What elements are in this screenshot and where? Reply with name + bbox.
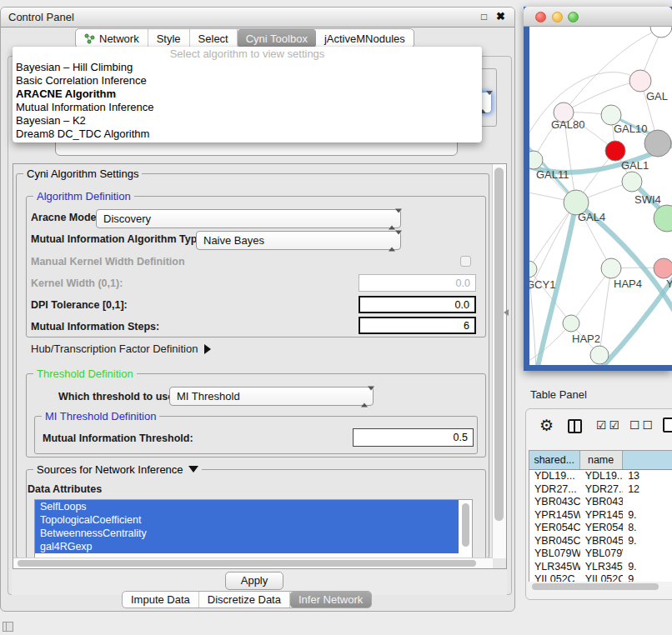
network-edge[interactable] — [564, 81, 640, 112]
algorithm-option[interactable]: Mutual Information Inference — [13, 101, 482, 114]
mi-steps-field[interactable]: 6 — [359, 317, 476, 334]
network-node-hap2[interactable] — [563, 315, 579, 332]
network-node-swi4[interactable] — [622, 172, 642, 192]
algorithm-option[interactable]: ARACNE Algorithm — [13, 88, 482, 101]
table-cell: 9. — [623, 535, 672, 548]
select-columns-unchecked-icon[interactable]: ☐☐ — [629, 418, 655, 432]
close-traffic-light-icon[interactable] — [535, 12, 546, 22]
which-threshold-combo[interactable]: MI Threshold — [169, 387, 374, 406]
expand-right-icon — [204, 344, 211, 354]
table-horizontal-scrollbar-thumb[interactable] — [532, 583, 659, 590]
table-row[interactable]: YER054CYER054C8. — [529, 522, 672, 535]
tab-jactivemnodules[interactable]: jActiveMNodules — [316, 29, 414, 48]
manual-kernel-checkbox[interactable] — [460, 256, 471, 267]
network-node-gcy1[interactable] — [529, 261, 537, 278]
table-cell: YLR345W — [529, 561, 580, 574]
algorithm-option[interactable]: Basic Correlation Inference — [13, 74, 482, 88]
zoom-traffic-light-icon[interactable] — [568, 12, 579, 22]
mi-threshold-field[interactable]: 0.5 — [353, 428, 474, 447]
network-node-label: Y — [666, 278, 672, 290]
network-node-gal11[interactable] — [529, 151, 543, 169]
table-cell: 13 — [623, 470, 672, 483]
aracne-mode-combo[interactable]: Discovery — [96, 209, 401, 228]
network-node-label: GAL4 — [578, 211, 605, 223]
data-attributes-list[interactable]: SelfLoopsTopologicalCoefficientBetweenne… — [34, 499, 473, 559]
close-panel-icon[interactable]: ✖ — [496, 10, 505, 22]
screen: Control Panel □ ✖ NetworkStyleSelectCyni… — [0, 0, 672, 635]
combo-stepper-icon — [361, 390, 368, 402]
network-edge[interactable] — [529, 72, 640, 152]
attribute-list-item[interactable]: TopologicalCoefficient — [35, 513, 459, 527]
attribute-list-item[interactable]: BetweennessCentrality — [35, 527, 459, 540]
table-row[interactable]: YLR345WYLR345W9. — [529, 561, 672, 574]
algorithm-option[interactable]: Bayesian – K2 — [13, 114, 482, 128]
table-cell: YER054C — [580, 522, 624, 535]
horizontal-scrollbar[interactable] — [13, 558, 493, 568]
network-node-bottom-node[interactable] — [590, 346, 609, 364]
network-view-window: GALGAL80GAL10GAL1GAL11SWI4GAL4GCY1HAP4YH… — [524, 7, 672, 371]
splitter-collapse-icon[interactable] — [504, 309, 509, 316]
algorithm-option[interactable]: Bayesian – Hill Climbing — [13, 61, 482, 74]
table-row[interactable]: YIL052CYIL052C9 — [529, 573, 672, 582]
table-row[interactable]: YBR043CYBR043C — [529, 496, 672, 509]
table-row[interactable]: YBR045CYBR045C9. — [529, 535, 672, 548]
tab-label: Style — [157, 32, 181, 45]
column-header[interactable] — [623, 451, 672, 469]
horizontal-scrollbar-thumb[interactable] — [18, 560, 476, 567]
tab-label: jActiveMNodules — [324, 32, 405, 45]
network-node-gal-pink[interactable] — [629, 70, 651, 92]
minimize-traffic-light-icon[interactable] — [552, 12, 563, 22]
table-row[interactable]: YDL19...YDL19...13 — [529, 470, 672, 483]
apply-button[interactable]: Apply — [225, 572, 283, 590]
column-header[interactable]: name — [580, 451, 623, 469]
tab-style[interactable]: Style — [148, 29, 190, 48]
dpi-tolerance-field[interactable]: 0.0 — [359, 296, 476, 313]
mi-type-combo[interactable]: Naive Bayes — [196, 231, 401, 250]
tab-label: Cyni Toolbox — [246, 32, 308, 45]
network-node-top-partial[interactable] — [650, 27, 672, 38]
table-cell: YBR045C — [580, 535, 624, 548]
column-header[interactable]: shared... — [529, 451, 580, 469]
network-node-salmon-node[interactable] — [654, 258, 672, 278]
table-row[interactable]: YPR145WYPR145W9. — [529, 509, 672, 522]
network-node-label: HAP2 — [572, 332, 600, 345]
table-cell: 9 — [623, 573, 672, 582]
vertical-scrollbar-thumb[interactable] — [494, 168, 504, 521]
table-header-row: shared...name — [529, 451, 672, 470]
split-columns-icon[interactable] — [568, 419, 582, 433]
float-window-icon[interactable]: □ — [481, 11, 487, 22]
kernel-width-field[interactable]: 0.0 — [359, 274, 476, 292]
docked-panel-icon[interactable] — [3, 622, 13, 632]
list-scrollbar-thumb[interactable] — [462, 503, 469, 547]
document-icon[interactable] — [663, 418, 672, 432]
table-cell: YDL19... — [529, 470, 580, 483]
control-panel-title: Control Panel — [8, 8, 74, 27]
algorithm-option[interactable]: Dream8 DC_TDC Algorithm — [13, 128, 482, 141]
network-canvas[interactable]: GALGAL80GAL10GAL1GAL11SWI4GAL4GCY1HAP4YH… — [529, 27, 672, 365]
tab-impute-data[interactable]: Impute Data — [123, 592, 199, 608]
network-node-gal1-red[interactable] — [605, 141, 625, 161]
attribute-list-item[interactable]: SelfLoops — [35, 500, 459, 513]
sources-toggle[interactable]: Sources for Network Inference — [33, 463, 202, 476]
hub-definition-toggle[interactable]: Hub/Transcription Factor Definition — [31, 342, 211, 355]
tab-select[interactable]: Select — [190, 29, 238, 48]
table-horizontal-scrollbar[interactable] — [528, 582, 672, 592]
vertical-scrollbar[interactable] — [492, 164, 506, 558]
tab-discretize-data[interactable]: Discretize Data — [199, 592, 290, 608]
network-node-big-green[interactable] — [654, 205, 672, 232]
table-cell: 9. — [623, 509, 672, 522]
cyni-algorithm-settings-label: Cyni Algorithm Settings — [23, 168, 142, 180]
network-node-gray-node[interactable] — [644, 130, 671, 157]
select-columns-checked-icon[interactable]: ☑☑ — [596, 418, 622, 432]
network-node-hap4[interactable] — [601, 258, 621, 278]
table-row[interactable]: YBL079WYBL079W — [529, 548, 672, 561]
tab-cyni-toolbox[interactable]: Cyni Toolbox — [238, 29, 316, 48]
table-row[interactable]: YDR27...YDR27...12 — [529, 483, 672, 497]
tab-infer-network[interactable]: Infer Network — [290, 592, 371, 608]
data-attributes-label: Data Attributes — [28, 483, 102, 495]
aracne-mode-value: Discovery — [103, 212, 151, 225]
combo-stepper-icon — [389, 234, 395, 247]
tab-network[interactable]: Network — [76, 29, 148, 48]
gear-icon[interactable]: ⚙ — [539, 416, 554, 435]
attribute-list-item[interactable]: gal4RGexp — [35, 540, 459, 553]
